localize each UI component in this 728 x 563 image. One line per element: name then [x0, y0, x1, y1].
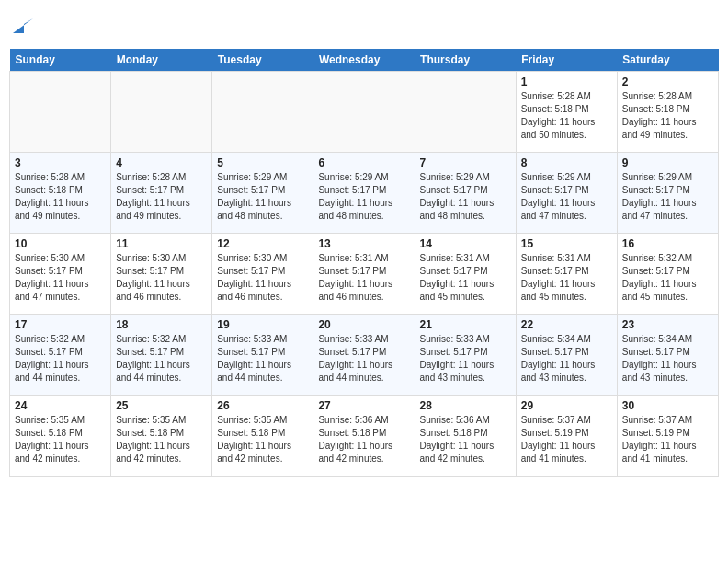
day-number: 15 — [521, 237, 612, 250]
day-info: Sunrise: 5:31 AM Sunset: 5:17 PM Dayligh… — [521, 252, 612, 304]
day-number: 20 — [318, 318, 409, 331]
calendar-day: 10Sunrise: 5:30 AM Sunset: 5:17 PM Dayli… — [10, 233, 111, 314]
day-number: 16 — [622, 237, 713, 250]
day-number: 25 — [116, 399, 207, 412]
day-number: 14 — [420, 237, 511, 250]
calendar-week-2: 3Sunrise: 5:28 AM Sunset: 5:18 PM Daylig… — [10, 152, 719, 233]
calendar-day: 17Sunrise: 5:32 AM Sunset: 5:17 PM Dayli… — [10, 314, 111, 395]
day-number: 29 — [521, 399, 612, 412]
calendar-day: 5Sunrise: 5:29 AM Sunset: 5:17 PM Daylig… — [212, 152, 313, 233]
day-number: 6 — [318, 156, 409, 169]
svg-marker-0 — [13, 18, 33, 33]
day-number: 9 — [622, 156, 713, 169]
day-info: Sunrise: 5:32 AM Sunset: 5:17 PM Dayligh… — [622, 252, 713, 304]
day-number: 23 — [622, 318, 713, 331]
day-number: 5 — [217, 156, 308, 169]
day-info: Sunrise: 5:29 AM Sunset: 5:17 PM Dayligh… — [318, 171, 409, 223]
calendar-header-thursday: Thursday — [415, 49, 516, 72]
day-info: Sunrise: 5:37 AM Sunset: 5:19 PM Dayligh… — [622, 414, 713, 465]
day-info: Sunrise: 5:36 AM Sunset: 5:18 PM Dayligh… — [318, 414, 409, 465]
day-info: Sunrise: 5:33 AM Sunset: 5:17 PM Dayligh… — [318, 333, 409, 385]
day-number: 24 — [15, 399, 106, 412]
day-info: Sunrise: 5:28 AM Sunset: 5:18 PM Dayligh… — [521, 90, 612, 142]
day-number: 19 — [217, 318, 308, 331]
calendar-header-wednesday: Wednesday — [313, 49, 415, 72]
day-info: Sunrise: 5:37 AM Sunset: 5:19 PM Dayligh… — [521, 414, 612, 465]
day-info: Sunrise: 5:30 AM Sunset: 5:17 PM Dayligh… — [217, 252, 308, 304]
day-info: Sunrise: 5:32 AM Sunset: 5:17 PM Dayligh… — [116, 333, 207, 385]
day-number: 4 — [116, 156, 207, 169]
day-number: 18 — [116, 318, 207, 331]
day-info: Sunrise: 5:30 AM Sunset: 5:17 PM Dayligh… — [116, 252, 207, 304]
day-info: Sunrise: 5:31 AM Sunset: 5:17 PM Dayligh… — [420, 252, 511, 304]
day-number: 21 — [420, 318, 511, 331]
day-info: Sunrise: 5:29 AM Sunset: 5:17 PM Dayligh… — [622, 171, 713, 223]
page-header — [9, 9, 719, 43]
calendar-day: 20Sunrise: 5:33 AM Sunset: 5:17 PM Dayli… — [313, 314, 415, 395]
calendar-day: 13Sunrise: 5:31 AM Sunset: 5:17 PM Dayli… — [313, 233, 415, 314]
day-info: Sunrise: 5:32 AM Sunset: 5:17 PM Dayligh… — [15, 333, 106, 385]
logo — [9, 17, 33, 43]
calendar-day: 30Sunrise: 5:37 AM Sunset: 5:19 PM Dayli… — [617, 395, 718, 476]
day-info: Sunrise: 5:28 AM Sunset: 5:18 PM Dayligh… — [15, 171, 106, 223]
day-info: Sunrise: 5:30 AM Sunset: 5:17 PM Dayligh… — [15, 252, 106, 304]
calendar-day: 29Sunrise: 5:37 AM Sunset: 5:19 PM Dayli… — [516, 395, 617, 476]
calendar-day: 9Sunrise: 5:29 AM Sunset: 5:17 PM Daylig… — [617, 152, 718, 233]
calendar-week-5: 24Sunrise: 5:35 AM Sunset: 5:18 PM Dayli… — [10, 395, 719, 476]
calendar-day — [212, 71, 313, 152]
day-number: 12 — [217, 237, 308, 250]
calendar-day: 16Sunrise: 5:32 AM Sunset: 5:17 PM Dayli… — [617, 233, 718, 314]
calendar-week-4: 17Sunrise: 5:32 AM Sunset: 5:17 PM Dayli… — [10, 314, 719, 395]
day-number: 3 — [15, 156, 106, 169]
logo-icon — [11, 17, 33, 39]
calendar-day: 2Sunrise: 5:28 AM Sunset: 5:18 PM Daylig… — [617, 71, 718, 152]
calendar-header-saturday: Saturday — [617, 49, 718, 72]
day-number: 27 — [318, 399, 409, 412]
day-info: Sunrise: 5:35 AM Sunset: 5:18 PM Dayligh… — [116, 414, 207, 465]
calendar-header-tuesday: Tuesday — [212, 49, 313, 72]
calendar-week-3: 10Sunrise: 5:30 AM Sunset: 5:17 PM Dayli… — [10, 233, 719, 314]
day-info: Sunrise: 5:36 AM Sunset: 5:18 PM Dayligh… — [420, 414, 511, 465]
day-info: Sunrise: 5:34 AM Sunset: 5:17 PM Dayligh… — [521, 333, 612, 385]
day-info: Sunrise: 5:35 AM Sunset: 5:18 PM Dayligh… — [15, 414, 106, 465]
calendar-day: 14Sunrise: 5:31 AM Sunset: 5:17 PM Dayli… — [415, 233, 516, 314]
calendar-day: 27Sunrise: 5:36 AM Sunset: 5:18 PM Dayli… — [313, 395, 415, 476]
day-number: 30 — [622, 399, 713, 412]
calendar-day: 15Sunrise: 5:31 AM Sunset: 5:17 PM Dayli… — [516, 233, 617, 314]
calendar-week-1: 1Sunrise: 5:28 AM Sunset: 5:18 PM Daylig… — [10, 71, 719, 152]
calendar-day: 25Sunrise: 5:35 AM Sunset: 5:18 PM Dayli… — [111, 395, 212, 476]
calendar-table: SundayMondayTuesdayWednesdayThursdayFrid… — [9, 49, 719, 477]
day-number: 22 — [521, 318, 612, 331]
calendar-day: 23Sunrise: 5:34 AM Sunset: 5:17 PM Dayli… — [617, 314, 718, 395]
calendar-day: 3Sunrise: 5:28 AM Sunset: 5:18 PM Daylig… — [10, 152, 111, 233]
calendar-day — [313, 71, 415, 152]
calendar-day: 1Sunrise: 5:28 AM Sunset: 5:18 PM Daylig… — [516, 71, 617, 152]
calendar-day — [415, 71, 516, 152]
calendar-day — [111, 71, 212, 152]
day-info: Sunrise: 5:33 AM Sunset: 5:17 PM Dayligh… — [420, 333, 511, 385]
calendar-day: 8Sunrise: 5:29 AM Sunset: 5:17 PM Daylig… — [516, 152, 617, 233]
day-number: 11 — [116, 237, 207, 250]
calendar-day: 7Sunrise: 5:29 AM Sunset: 5:17 PM Daylig… — [415, 152, 516, 233]
calendar-day: 18Sunrise: 5:32 AM Sunset: 5:17 PM Dayli… — [111, 314, 212, 395]
day-number: 17 — [15, 318, 106, 331]
day-number: 26 — [217, 399, 308, 412]
calendar-header-row: SundayMondayTuesdayWednesdayThursdayFrid… — [10, 49, 719, 72]
calendar-day: 6Sunrise: 5:29 AM Sunset: 5:17 PM Daylig… — [313, 152, 415, 233]
calendar-day: 19Sunrise: 5:33 AM Sunset: 5:17 PM Dayli… — [212, 314, 313, 395]
calendar-day: 24Sunrise: 5:35 AM Sunset: 5:18 PM Dayli… — [10, 395, 111, 476]
day-number: 8 — [521, 156, 612, 169]
day-number: 1 — [521, 75, 612, 88]
calendar-header-monday: Monday — [111, 49, 212, 72]
calendar-day: 26Sunrise: 5:35 AM Sunset: 5:18 PM Dayli… — [212, 395, 313, 476]
day-info: Sunrise: 5:31 AM Sunset: 5:17 PM Dayligh… — [318, 252, 409, 304]
day-info: Sunrise: 5:29 AM Sunset: 5:17 PM Dayligh… — [420, 171, 511, 223]
calendar-day: 22Sunrise: 5:34 AM Sunset: 5:17 PM Dayli… — [516, 314, 617, 395]
calendar-day: 12Sunrise: 5:30 AM Sunset: 5:17 PM Dayli… — [212, 233, 313, 314]
day-number: 7 — [420, 156, 511, 169]
calendar-day: 21Sunrise: 5:33 AM Sunset: 5:17 PM Dayli… — [415, 314, 516, 395]
calendar-day: 11Sunrise: 5:30 AM Sunset: 5:17 PM Dayli… — [111, 233, 212, 314]
day-number: 10 — [15, 237, 106, 250]
day-number: 28 — [420, 399, 511, 412]
calendar-day: 4Sunrise: 5:28 AM Sunset: 5:17 PM Daylig… — [111, 152, 212, 233]
